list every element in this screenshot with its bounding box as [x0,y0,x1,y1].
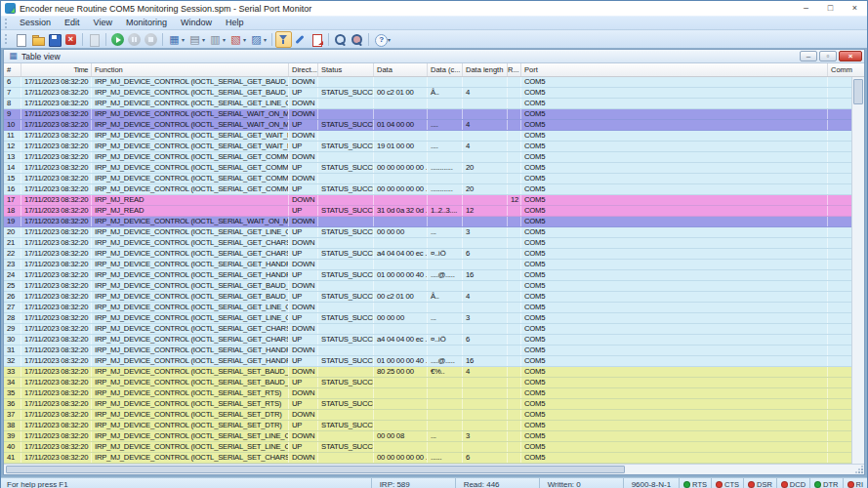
cell-time: 17/11/2023 08:32:20 [21,77,92,87]
table-row[interactable]: 817/11/2023 08:32:20IRP_MJ_DEVICE_CONTRO… [4,99,851,109]
filter-button[interactable] [275,31,292,48]
cell-length: 12 [463,206,508,216]
table-row[interactable]: 4117/11/2023 08:32:20IRP_MJ_DEVICE_CONTR… [4,453,851,464]
open-session-button[interactable] [29,31,46,48]
zoom-in-button[interactable] [332,31,349,48]
child-minimize-icon[interactable] [800,51,817,61]
table-row[interactable]: 3017/11/2023 08:32:20IRP_MJ_DEVICE_CONTR… [4,335,851,346]
column-header-time[interactable]: Time [21,63,92,76]
vertical-scrollbar-thumb[interactable] [853,79,863,104]
table-row[interactable]: 717/11/2023 08:32:20IRP_MJ_DEVICE_CONTRO… [4,88,851,99]
column-header-status[interactable]: Status [318,63,374,76]
vertical-scrollbar[interactable] [851,77,864,464]
child-close-icon[interactable] [839,51,862,61]
table-row[interactable]: 2017/11/2023 08:32:20IRP_MJ_DEVICE_CONTR… [4,227,851,238]
column-header-comm[interactable]: Comm [828,63,851,76]
column-header-data[interactable]: Data [374,63,428,76]
cell-length [463,388,508,398]
clear-data-button[interactable] [309,31,325,48]
table-row[interactable]: 1817/11/2023 08:32:20IRP_MJ_READUPSTATUS… [4,206,851,217]
column-header-length[interactable]: Data length [463,63,508,76]
table-row[interactable]: 2117/11/2023 08:32:20IRP_MJ_DEVICE_CONTR… [4,238,851,249]
table-row[interactable]: 2517/11/2023 08:32:20IRP_MJ_DEVICE_CONTR… [4,281,851,292]
help-button[interactable]: ▾ [372,31,393,48]
cell-chars [428,421,463,430]
cell-request [508,88,521,98]
table-row[interactable]: 3317/11/2023 08:32:20IRP_MJ_DEVICE_CONTR… [4,367,851,378]
send-view-icon [229,33,242,46]
close-session-button[interactable] [62,31,79,48]
cell-chars: ....@..... [428,270,463,280]
cell-direction: DOWN [289,367,318,377]
cell-direction: DOWN [289,217,318,226]
table-row[interactable]: 3917/11/2023 08:32:20IRP_MJ_DEVICE_CONTR… [4,431,851,442]
column-header-direction[interactable]: Direct... [289,63,318,76]
cell-length [463,77,508,87]
table-row[interactable]: 2417/11/2023 08:32:20IRP_MJ_DEVICE_CONTR… [4,270,851,281]
cell-time: 17/11/2023 08:32:20 [21,453,92,463]
cell-num: 29 [4,324,21,334]
new-session-button[interactable] [13,31,29,48]
table-row[interactable]: 2717/11/2023 08:32:20IRP_MJ_DEVICE_CONTR… [4,303,851,313]
horizontal-scrollbar[interactable] [4,464,864,474]
child-restore-icon[interactable] [819,51,837,61]
column-header-request[interactable]: R... [508,63,521,76]
table-row[interactable]: 3817/11/2023 08:32:20IRP_MJ_DEVICE_CONTR… [4,421,851,431]
line-view-button[interactable]: ▾ [186,31,207,48]
table-row[interactable]: 1417/11/2023 08:32:20IRP_MJ_DEVICE_CONTR… [4,163,851,174]
table-row[interactable]: 1717/11/2023 08:32:20IRP_MJ_READDOWN12CO… [4,195,851,206]
table-row[interactable]: 2917/11/2023 08:32:20IRP_MJ_DEVICE_CONTR… [4,324,851,335]
menu-view[interactable]: View [87,17,119,29]
table-row[interactable]: 1917/11/2023 08:32:20IRP_MJ_DEVICE_CONTR… [4,217,851,227]
column-header-chars[interactable]: Data (c... [428,63,463,76]
table-row[interactable]: 1117/11/2023 08:32:20IRP_MJ_DEVICE_CONTR… [4,131,851,142]
table-row[interactable]: 1517/11/2023 08:32:20IRP_MJ_DEVICE_CONTR… [4,174,851,184]
cell-direction: DOWN [289,152,318,162]
cell-num: 11 [4,131,21,141]
dump-view-button[interactable]: ▾ [207,31,227,48]
table-row[interactable]: 3117/11/2023 08:32:20IRP_MJ_DEVICE_CONTR… [4,346,851,356]
cell-function: IRP_MJ_DEVICE_CONTROL (IOCTL_SERIAL_SET_… [92,453,289,463]
column-header-function[interactable]: Function [92,63,289,76]
capture-options-button[interactable] [292,31,309,48]
maximize-icon[interactable] [818,1,843,16]
table-row[interactable]: 4017/11/2023 08:32:20IRP_MJ_DEVICE_CONTR… [4,442,851,453]
cell-direction: DOWN [289,431,318,441]
horizontal-scrollbar-thumb[interactable] [6,466,625,473]
table-row[interactable]: 2617/11/2023 08:32:20IRP_MJ_DEVICE_CONTR… [4,292,851,303]
minimize-icon[interactable] [794,1,818,16]
cell-status [318,99,374,108]
column-header-port[interactable]: Port [521,63,828,76]
send-view-button[interactable]: ▾ [227,31,248,48]
menu-session[interactable]: Session [13,17,58,29]
table-row[interactable]: 2217/11/2023 08:32:20IRP_MJ_DEVICE_CONTR… [4,249,851,260]
zoom-out-button[interactable] [349,31,365,48]
table-row[interactable]: 3417/11/2023 08:32:20IRP_MJ_DEVICE_CONTR… [4,378,851,388]
table-row[interactable]: 3517/11/2023 08:32:20IRP_MJ_DEVICE_CONTR… [4,388,851,399]
table-row[interactable]: 917/11/2023 08:32:20IRP_MJ_DEVICE_CONTRO… [4,109,851,120]
indicator-rts: RTS [679,478,711,488]
start-monitoring-button[interactable] [109,31,126,48]
cell-port: COM5 [521,442,828,452]
table-row[interactable]: 1617/11/2023 08:32:20IRP_MJ_DEVICE_CONTR… [4,184,851,195]
table-row[interactable]: 1217/11/2023 08:32:20IRP_MJ_DEVICE_CONTR… [4,142,851,152]
table-row[interactable]: 3217/11/2023 08:32:20IRP_MJ_DEVICE_CONTR… [4,356,851,367]
save-session-button[interactable] [46,31,62,48]
menu-monitoring[interactable]: Monitoring [119,17,174,29]
menu-help[interactable]: Help [219,17,251,29]
resize-grip[interactable] [855,466,863,473]
menu-edit[interactable]: Edit [58,17,87,29]
table-row[interactable]: 2817/11/2023 08:32:20IRP_MJ_DEVICE_CONTR… [4,313,851,324]
table-row[interactable]: 3617/11/2023 08:32:20IRP_MJ_DEVICE_CONTR… [4,399,851,410]
menu-window[interactable]: Window [174,17,219,29]
table-row[interactable]: 3717/11/2023 08:32:20IRP_MJ_DEVICE_CONTR… [4,410,851,421]
column-header-num[interactable]: # [4,63,21,76]
terminal-view-button[interactable]: ▾ [248,31,269,48]
table-view-button[interactable]: ▾ [166,31,186,48]
written-counter: Written: 0 [539,478,623,488]
table-row[interactable]: 617/11/2023 08:32:20IRP_MJ_DEVICE_CONTRO… [4,77,851,88]
table-row[interactable]: 1317/11/2023 08:32:20IRP_MJ_DEVICE_CONTR… [4,152,851,163]
table-row[interactable]: 1017/11/2023 08:32:20IRP_MJ_DEVICE_CONTR… [4,120,851,131]
close-icon[interactable] [843,1,867,16]
table-row[interactable]: 2317/11/2023 08:32:20IRP_MJ_DEVICE_CONTR… [4,260,851,270]
